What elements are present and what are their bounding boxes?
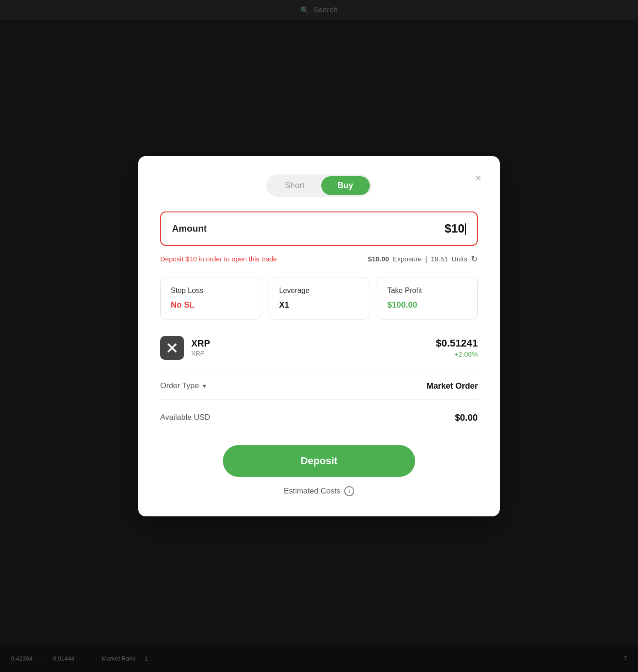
- stop-loss-value: No SL: [171, 300, 251, 310]
- units-label: Units: [452, 255, 467, 263]
- deposit-button[interactable]: Deposit: [223, 445, 415, 477]
- amount-number: 10: [451, 222, 465, 235]
- trade-modal: × Short Buy Amount $10 Deposit $10 in or…: [138, 156, 500, 516]
- amount-value: $10: [445, 222, 466, 236]
- short-button[interactable]: Short: [268, 176, 321, 195]
- modal-backdrop: × Short Buy Amount $10 Deposit $10 in or…: [0, 0, 638, 672]
- toggle-row: Short Buy: [160, 174, 478, 197]
- amount-label: Amount: [172, 223, 207, 234]
- chevron-down-icon: ▾: [203, 382, 206, 390]
- text-cursor: [465, 223, 466, 235]
- asset-icon: [160, 336, 184, 360]
- order-type-label: Order Type: [160, 381, 199, 390]
- take-profit-value: $100.00: [387, 300, 467, 310]
- exposure-info: $10.00 Exposure | 19.51 Units ↻: [368, 254, 478, 264]
- estimated-costs-label: Estimated Costs: [284, 487, 341, 496]
- asset-left: XRP XRP: [160, 336, 210, 360]
- buy-button[interactable]: Buy: [321, 176, 370, 195]
- price-value: $0.51241: [436, 337, 478, 349]
- leverage-value: X1: [279, 300, 359, 310]
- available-value: $0.00: [455, 412, 478, 423]
- units-value: 19.51: [431, 255, 448, 263]
- order-type-value: Market Order: [427, 381, 478, 391]
- order-type-left: Order Type ▾: [160, 381, 206, 390]
- amount-field[interactable]: Amount $10: [160, 211, 478, 246]
- price-change: +2.08%: [436, 350, 478, 358]
- available-label: Available USD: [160, 413, 210, 422]
- order-type-row[interactable]: Order Type ▾ Market Order: [160, 373, 478, 400]
- deposit-warning: Deposit $10 in order to open this trade: [160, 255, 277, 263]
- estimated-costs-row[interactable]: Estimated Costs i: [160, 486, 478, 496]
- asset-ticker: XRP: [191, 350, 210, 357]
- asset-info: XRP XRP: [191, 338, 210, 357]
- take-profit-label: Take Profit: [387, 287, 467, 295]
- exposure-label: Exposure: [393, 255, 422, 263]
- leverage-card[interactable]: Leverage X1: [269, 277, 370, 320]
- leverage-label: Leverage: [279, 287, 359, 295]
- cards-row: Stop Loss No SL Leverage X1 Take Profit …: [160, 277, 478, 320]
- asset-price: $0.51241 +2.08%: [436, 337, 478, 358]
- take-profit-card[interactable]: Take Profit $100.00: [377, 277, 478, 320]
- asset-name: XRP: [191, 338, 210, 349]
- xrp-icon-svg: [165, 341, 179, 355]
- refresh-icon[interactable]: ↻: [471, 254, 478, 264]
- currency-symbol: $: [445, 222, 451, 235]
- info-icon: i: [344, 486, 354, 496]
- close-button[interactable]: ×: [473, 171, 483, 185]
- exposure-amount: $10.00: [368, 255, 389, 263]
- short-buy-toggle: Short Buy: [266, 174, 371, 197]
- stop-loss-card[interactable]: Stop Loss No SL: [160, 277, 261, 320]
- info-row: Deposit $10 in order to open this trade …: [160, 254, 478, 264]
- exposure-separator: |: [425, 255, 427, 263]
- stop-loss-label: Stop Loss: [171, 287, 251, 295]
- available-row: Available USD $0.00: [160, 412, 478, 423]
- asset-row: XRP XRP $0.51241 +2.08%: [160, 336, 478, 360]
